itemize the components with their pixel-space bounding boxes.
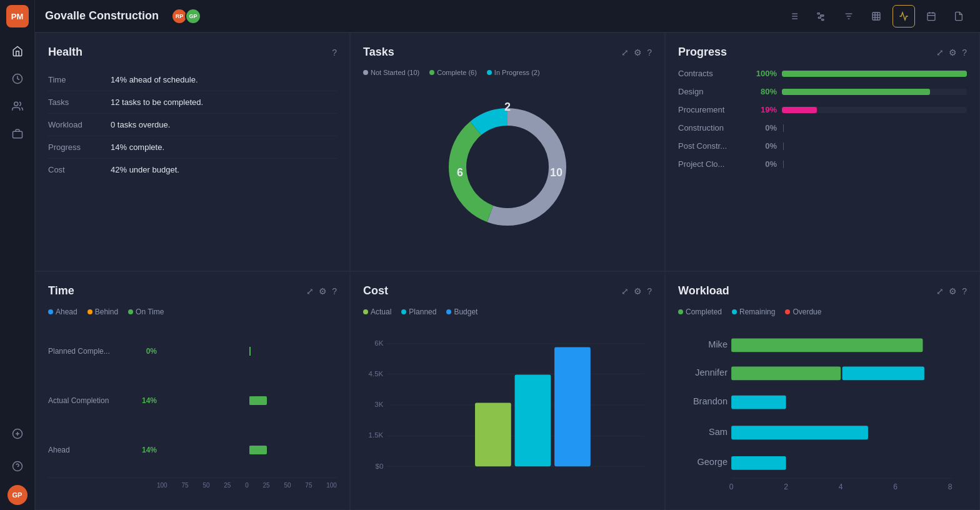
avatar-gp[interactable]: GP — [185, 8, 201, 24]
gantt-view-button[interactable] — [810, 5, 832, 28]
sidebar: PM GP — [0, 0, 35, 510]
cost-legend-actual: Actual — [363, 308, 391, 316]
progress-track-design — [782, 89, 967, 95]
workload-axis-8: 8 — [948, 482, 952, 491]
time-help-icon[interactable]: ? — [332, 286, 337, 296]
workload-axis-2: 2 — [784, 482, 788, 491]
cost-y-0: $0 — [376, 462, 384, 470]
time-fill-planned — [249, 347, 251, 356]
progress-pct-postconstruction: 0% — [752, 141, 777, 151]
legend-in-progress: In Progress (2) — [487, 69, 540, 76]
user-avatar[interactable]: GP — [8, 485, 28, 505]
workload-legend-remaining: Remaining — [732, 308, 775, 316]
calendar-view-button[interactable] — [920, 5, 942, 28]
workload-settings-icon[interactable]: ⚙ — [949, 286, 957, 296]
workload-panel: Workload ⤢ ⚙ ? Completed Remaining Overd… — [665, 271, 980, 510]
workload-name-mike: Mike — [708, 339, 728, 349]
workload-axis-6: 6 — [893, 482, 898, 491]
time-title: Time — [48, 284, 306, 298]
sidebar-item-timeline[interactable] — [6, 68, 29, 90]
time-legend: Ahead Behind On Time — [48, 308, 337, 316]
time-legend-behind: Behind — [88, 308, 118, 316]
sidebar-item-add[interactable] — [6, 422, 29, 445]
progress-fill-procurement — [782, 107, 817, 113]
donut-label-complete: 6 — [457, 166, 463, 179]
svg-rect-2 — [12, 131, 22, 138]
tasks-content: Not Started (10) Complete (6) In Progres… — [363, 69, 652, 250]
time-label-ahead: Ahead — [48, 446, 129, 454]
health-label-tasks: Tasks — [48, 91, 111, 114]
workload-help-icon[interactable]: ? — [962, 286, 967, 296]
svg-rect-14 — [818, 12, 819, 14]
list-view-button[interactable] — [782, 5, 805, 28]
progress-help-icon[interactable]: ? — [962, 48, 967, 58]
main-content: Govalle Construction RP GP — [35, 0, 980, 510]
cost-expand-icon[interactable]: ⤢ — [621, 286, 629, 296]
workload-expand-icon[interactable]: ⤢ — [936, 286, 944, 296]
cost-y-6k: 6K — [374, 339, 383, 347]
cost-y-15k: 1.5K — [369, 431, 384, 439]
workload-name-brandon: Brandon — [693, 396, 728, 406]
tasks-panel: Tasks ⤢ ⚙ ? Not Started (10) Complete (6… — [350, 32, 665, 271]
progress-divider-construction — [783, 124, 784, 132]
workload-axis-4: 4 — [839, 482, 843, 491]
sidebar-item-people[interactable] — [6, 95, 29, 118]
progress-panel-header: Progress ⤢ ⚙ ? — [678, 46, 967, 59]
sidebar-item-help[interactable] — [6, 455, 29, 478]
health-help-icon[interactable]: ? — [332, 48, 337, 58]
workload-bar-sam-remaining — [731, 426, 868, 439]
progress-pct-construction: 0% — [752, 123, 777, 132]
progress-pct-design: 80% — [752, 87, 777, 96]
progress-expand-icon[interactable]: ⤢ — [936, 48, 944, 58]
cost-help-icon[interactable]: ? — [647, 286, 652, 296]
document-view-button[interactable] — [948, 5, 970, 28]
progress-settings-icon[interactable]: ⚙ — [949, 48, 957, 58]
time-fill-ahead — [249, 446, 267, 454]
sidebar-item-home[interactable] — [6, 40, 29, 62]
tasks-expand-icon[interactable]: ⤢ — [621, 48, 629, 58]
tasks-settings-icon[interactable]: ⚙ — [634, 48, 642, 58]
workload-chart-area: Mike Jennifer Brandon Sam Georg — [678, 326, 967, 493]
health-value-time: 14% ahead of schedule. — [111, 69, 337, 91]
filter-button[interactable] — [838, 5, 860, 28]
time-pct-planned: 0% — [134, 347, 157, 356]
pulse-view-button[interactable] — [892, 5, 915, 28]
health-title: Health — [48, 46, 332, 59]
progress-row-construction: Construction 0% — [678, 123, 967, 132]
table-view-button[interactable] — [865, 5, 888, 28]
health-row-workload: Workload 0 tasks overdue. — [48, 114, 337, 136]
time-expand-icon[interactable]: ⤢ — [306, 286, 314, 296]
cost-settings-icon[interactable]: ⚙ — [634, 286, 642, 296]
cost-y-45k: 4.5K — [369, 370, 384, 378]
progress-title: Progress — [678, 46, 936, 59]
progress-fill-design — [782, 89, 930, 95]
time-content: Ahead Behind On Time Planned Comple... 0… — [48, 308, 337, 489]
health-row-cost: Cost 42% under budget. — [48, 159, 337, 181]
axis-50r: 50 — [284, 482, 291, 489]
tasks-legend: Not Started (10) Complete (6) In Progres… — [363, 69, 652, 76]
time-actions: ⤢ ⚙ ? — [306, 286, 337, 296]
workload-bar-mike-completed — [731, 338, 922, 352]
tasks-actions: ⤢ ⚙ ? — [621, 48, 652, 58]
sidebar-item-portfolio[interactable] — [6, 122, 29, 145]
time-axis-labels: 100 75 50 25 0 25 50 75 100 — [48, 482, 337, 489]
progress-row-contracts: Contracts 100% — [678, 69, 967, 78]
svg-rect-26 — [928, 12, 935, 20]
time-settings-icon[interactable]: ⚙ — [319, 286, 327, 296]
time-bar-planned — [162, 346, 337, 356]
progress-pct-projectclosure: 0% — [752, 159, 777, 169]
health-row-tasks: Tasks 12 tasks to be completed. — [48, 91, 337, 114]
time-pct-ahead: 14% — [134, 446, 157, 454]
health-table: Time 14% ahead of schedule. Tasks 12 tas… — [48, 69, 337, 181]
health-actions: ? — [332, 48, 337, 58]
health-label-workload: Workload — [48, 114, 111, 136]
app-logo[interactable]: PM — [6, 5, 29, 28]
axis-25r: 25 — [263, 482, 270, 489]
workload-legend-completed: Completed — [678, 308, 722, 316]
progress-rows: Contracts 100% Design 80% — [678, 69, 967, 169]
progress-content: Contracts 100% Design 80% — [678, 69, 967, 250]
time-row-actual: Actual Completion 14% — [48, 396, 337, 406]
cost-bar-planned — [515, 374, 551, 466]
tasks-help-icon[interactable]: ? — [647, 48, 652, 58]
time-row-ahead: Ahead 14% — [48, 445, 337, 455]
